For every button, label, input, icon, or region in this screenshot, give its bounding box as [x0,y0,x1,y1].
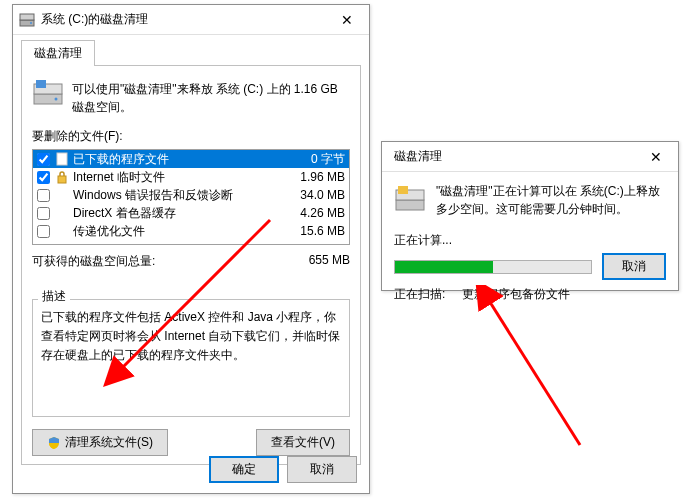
file-checkbox[interactable] [37,207,50,220]
file-size: 34.0 MB [285,188,345,202]
cleanup-icon [394,182,426,214]
file-checkbox[interactable] [37,189,50,202]
svg-rect-3 [34,94,62,104]
tab-content: 可以使用"磁盘清理"来释放 系统 (C:) 上的 1.16 GB 磁盘空间。 要… [21,65,361,465]
scanning-label: 正在扫描: [394,287,445,301]
file-checkbox[interactable] [37,153,50,166]
progress-info-text: "磁盘清理"正在计算可以在 系统(C:)上释放多少空间。这可能需要几分钟时间。 [436,182,666,218]
svg-point-6 [55,98,58,101]
cancel-button[interactable]: 取消 [287,456,357,483]
file-row[interactable]: 已下载的程序文件 0 字节 [33,150,349,168]
progress-dialog: 磁盘清理 ✕ "磁盘清理"正在计算可以在 系统(C:)上释放多少空间。这可能需要… [381,141,679,291]
calculating-label: 正在计算... [394,232,666,249]
files-to-delete-label: 要删除的文件(F): [32,128,350,145]
total-value: 655 MB [309,253,350,270]
progress-fill [395,261,493,273]
view-files-button[interactable]: 查看文件(V) [256,429,350,456]
file-size: 15.6 MB [285,224,345,238]
file-name: Windows 错误报告和反馈诊断 [73,187,285,204]
file-size: 4.26 MB [285,206,345,220]
description-label: 描述 [38,288,70,305]
file-checkbox[interactable] [37,225,50,238]
scanning-value: 更新程序包备份文件 [462,287,570,301]
file-list[interactable]: 已下载的程序文件 0 字节 Internet 临时文件 1.96 MB Wind… [32,149,350,245]
close-button[interactable]: ✕ [634,143,678,171]
cancel-button[interactable]: 取消 [602,253,666,280]
progress-bar [394,260,592,274]
file-checkbox[interactable] [37,171,50,184]
svg-rect-5 [36,80,46,88]
file-row[interactable]: 传递优化文件 15.6 MB [33,222,349,240]
svg-rect-9 [396,200,424,210]
svg-rect-8 [58,176,66,183]
file-row[interactable]: Internet 临时文件 1.96 MB [33,168,349,186]
drive-icon [19,12,35,28]
svg-rect-11 [398,186,408,194]
svg-point-2 [30,22,32,24]
file-size: 1.96 MB [285,170,345,184]
file-icon [54,205,70,221]
cleanup-icon [32,76,64,108]
svg-line-13 [488,299,580,445]
file-icon [54,223,70,239]
file-row[interactable]: DirectX 着色器缓存 4.26 MB [33,204,349,222]
tab-strip: 磁盘清理 [13,35,369,65]
file-size: 0 字节 [285,151,345,168]
file-name: Internet 临时文件 [73,169,285,186]
titlebar: 系统 (C:)的磁盘清理 ✕ [13,5,369,35]
file-name: DirectX 着色器缓存 [73,205,285,222]
clean-system-files-button[interactable]: 清理系统文件(S) [32,429,168,456]
window-title: 系统 (C:)的磁盘清理 [41,11,325,28]
lock-icon [54,169,70,185]
window-title: 磁盘清理 [388,148,634,165]
svg-rect-7 [57,153,67,165]
info-text: 可以使用"磁盘清理"来释放 系统 (C:) 上的 1.16 GB 磁盘空间。 [72,76,350,116]
svg-rect-1 [20,14,34,20]
description-box: 已下载的程序文件包括 ActiveX 控件和 Java 小程序，你查看特定网页时… [32,299,350,417]
scanning-row: 正在扫描: 更新程序包备份文件 [394,286,666,303]
file-icon [54,151,70,167]
file-row[interactable]: Windows 错误报告和反馈诊断 34.0 MB [33,186,349,204]
titlebar: 磁盘清理 ✕ [382,142,678,172]
total-label: 可获得的磁盘空间总量: [32,253,155,270]
description-text: 已下载的程序文件包括 ActiveX 控件和 Java 小程序，你查看特定网页时… [41,308,341,366]
disk-cleanup-dialog: 系统 (C:)的磁盘清理 ✕ 磁盘清理 可以使用"磁盘清理"来释放 系统 (C:… [12,4,370,494]
close-button[interactable]: ✕ [325,6,369,34]
ok-button[interactable]: 确定 [209,456,279,483]
tab-disk-cleanup[interactable]: 磁盘清理 [21,40,95,66]
shield-icon [47,436,61,450]
file-icon [54,187,70,203]
file-name: 传递优化文件 [73,223,285,240]
file-name: 已下载的程序文件 [73,151,285,168]
